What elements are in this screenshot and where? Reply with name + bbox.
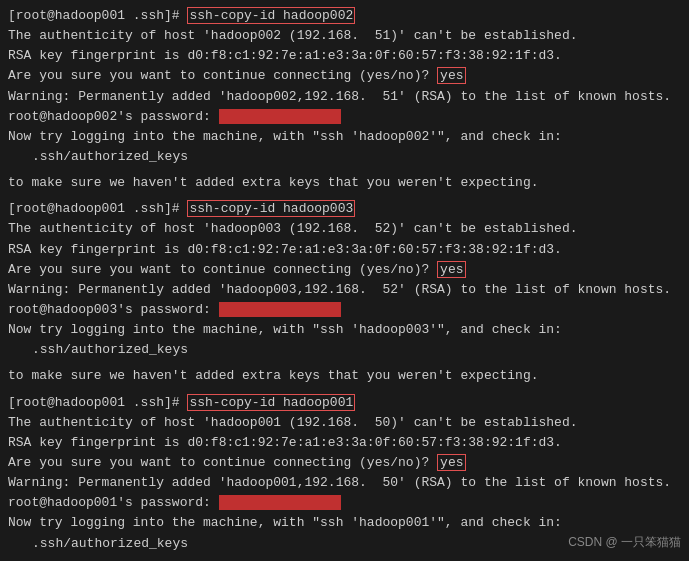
command-highlight: ssh-copy-id hadoop001	[187, 394, 355, 411]
terminal-line: [root@hadoop001 .ssh]# ssh-copy-id hadoo…	[8, 6, 681, 26]
terminal-line: to make sure we haven't added extra keys…	[8, 366, 681, 386]
watermark: CSDN @ 一只笨猫猫	[568, 534, 681, 551]
yes-highlight: yes	[437, 67, 466, 84]
terminal-line: Warning: Permanently added 'hadoop003,19…	[8, 280, 681, 300]
terminal-line: Now try logging into the machine, with "…	[8, 320, 681, 340]
terminal-line: [root@hadoop001 .ssh]# ssh-copy-id hadoo…	[8, 199, 681, 219]
password-field	[219, 495, 341, 510]
terminal-line: .ssh/authorized_keys	[8, 340, 681, 360]
terminal-line: Warning: Permanently added 'hadoop001,19…	[8, 473, 681, 493]
terminal-line: to make sure we haven't added extra keys…	[8, 173, 681, 193]
terminal-line: RSA key fingerprint is d0:f8:c1:92:7e:a1…	[8, 240, 681, 260]
password-field	[219, 109, 341, 124]
terminal-line: Are you sure you want to continue connec…	[8, 260, 681, 280]
terminal-line: Warning: Permanently added 'hadoop002,19…	[8, 87, 681, 107]
command-highlight: ssh-copy-id hadoop003	[187, 200, 355, 217]
terminal-line: The authenticity of host 'hadoop002 (192…	[8, 26, 681, 46]
terminal-line: Now try logging into the machine, with "…	[8, 513, 681, 533]
terminal-line: .ssh/authorized_keys	[8, 147, 681, 167]
yes-highlight: yes	[437, 454, 466, 471]
terminal-line: The authenticity of host 'hadoop001 (192…	[8, 413, 681, 433]
terminal-line: root@hadoop003's password:	[8, 300, 681, 320]
terminal-line: Now try logging into the machine, with "…	[8, 127, 681, 147]
terminal-line: RSA key fingerprint is d0:f8:c1:92:7e:a1…	[8, 433, 681, 453]
terminal-line: root@hadoop001's password:	[8, 493, 681, 513]
yes-highlight: yes	[437, 261, 466, 278]
terminal-line: The authenticity of host 'hadoop003 (192…	[8, 219, 681, 239]
terminal: [root@hadoop001 .ssh]# ssh-copy-id hadoo…	[0, 0, 689, 561]
terminal-line: Are you sure you want to continue connec…	[8, 66, 681, 86]
terminal-line: RSA key fingerprint is d0:f8:c1:92:7e:a1…	[8, 46, 681, 66]
password-field	[219, 302, 341, 317]
terminal-line: [root@hadoop001 .ssh]# ssh-copy-id hadoo…	[8, 393, 681, 413]
terminal-line: Are you sure you want to continue connec…	[8, 453, 681, 473]
terminal-line: root@hadoop002's password:	[8, 107, 681, 127]
command-highlight: ssh-copy-id hadoop002	[187, 7, 355, 24]
